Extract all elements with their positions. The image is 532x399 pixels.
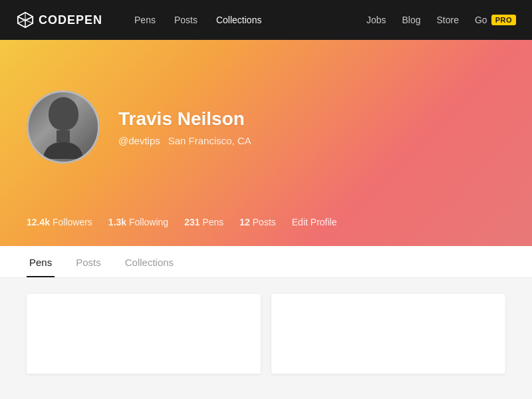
stat-following[interactable]: 1.3k Following: [108, 217, 168, 227]
profile-info: Travis Neilson @devtips San Francisco, C…: [118, 108, 251, 146]
pro-badge: PRO: [491, 15, 516, 25]
tab-pens[interactable]: Pens: [27, 249, 55, 277]
go-pro-link[interactable]: Go PRO: [475, 15, 516, 25]
nav-link-posts[interactable]: Posts: [174, 15, 198, 25]
logo[interactable]: CODEPEN: [16, 11, 102, 29]
avatar-silhouette: [40, 97, 86, 157]
go-pro-label: Go: [475, 15, 487, 25]
pen-card-1[interactable]: [27, 294, 261, 374]
tab-collections[interactable]: Collections: [122, 249, 176, 277]
edit-profile-button[interactable]: Edit Profile: [292, 217, 337, 227]
profile-stats: 12.4k Followers 1.3k Following 231 Pens …: [27, 217, 336, 227]
nav-links: Pens Posts Collections: [134, 15, 345, 25]
nav-link-store[interactable]: Store: [437, 15, 459, 25]
pens-count: 231: [184, 217, 200, 227]
profile-tabs: Pens Posts Collections: [0, 246, 532, 278]
stat-pens[interactable]: 231 Pens: [184, 217, 223, 227]
nav-link-blog[interactable]: Blog: [402, 15, 420, 25]
avatar-image: [29, 92, 98, 162]
following-count: 1.3k: [108, 217, 126, 227]
posts-count: 12: [239, 217, 250, 227]
followers-label: Followers: [53, 217, 92, 227]
followers-count: 12.4k: [27, 217, 50, 227]
avatar: [27, 90, 100, 164]
profile-location: San Francisco, CA: [168, 135, 251, 146]
logo-icon: [16, 11, 35, 29]
nav-link-collections[interactable]: Collections: [216, 15, 261, 25]
tab-posts[interactable]: Posts: [73, 249, 104, 277]
nav-right: Jobs Blog Store Go PRO: [366, 15, 516, 25]
nav-link-pens[interactable]: Pens: [134, 15, 156, 25]
content-area: [0, 278, 532, 399]
profile-meta: @devtips San Francisco, CA: [118, 135, 251, 146]
profile-name: Travis Neilson: [118, 108, 251, 130]
hero-banner: Travis Neilson @devtips San Francisco, C…: [0, 40, 532, 246]
stat-followers[interactable]: 12.4k Followers: [27, 217, 92, 227]
avatar-head: [49, 97, 78, 130]
avatar-neck: [57, 130, 70, 142]
logo-text: CODEPEN: [39, 13, 102, 27]
pens-label: Pens: [202, 217, 223, 227]
pen-card-2[interactable]: [271, 294, 505, 374]
profile-handle: @devtips: [118, 135, 160, 146]
main-nav: CODEPEN Pens Posts Collections Jobs Blog…: [0, 0, 532, 40]
posts-label: Posts: [253, 217, 276, 227]
nav-link-jobs[interactable]: Jobs: [366, 15, 386, 25]
following-label: Following: [129, 217, 168, 227]
stat-posts[interactable]: 12 Posts: [239, 217, 275, 227]
profile-section: Travis Neilson @devtips San Francisco, C…: [27, 90, 505, 164]
avatar-body: [43, 142, 83, 159]
